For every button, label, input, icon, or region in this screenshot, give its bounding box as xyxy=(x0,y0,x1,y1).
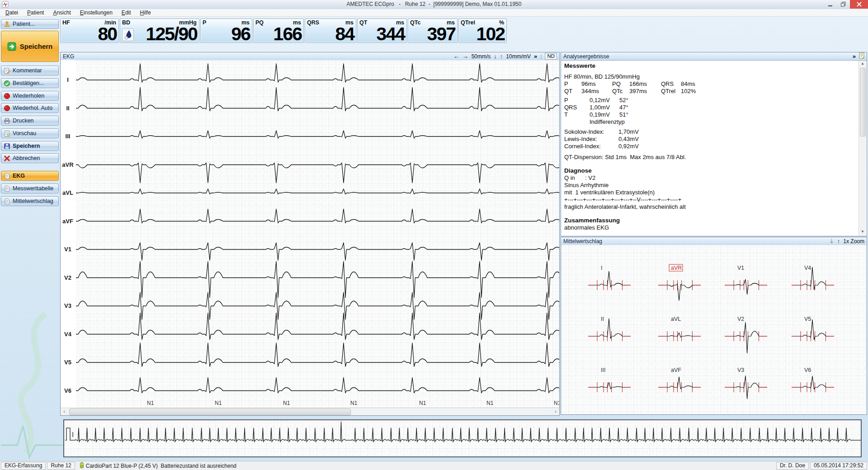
analysis-line: QT-Dispersion: Std 1ms Max 2ms aus 7/8 A… xyxy=(561,154,858,161)
analysis-scrollbar[interactable]: ▲ ▼ xyxy=(859,61,866,235)
menu-item-edit[interactable]: Edit xyxy=(122,9,131,16)
vital-label: QT xyxy=(359,19,367,26)
sidebar-button-label: Wiederholen xyxy=(13,93,44,99)
save-icon xyxy=(4,143,10,150)
report-icon[interactable] xyxy=(859,52,864,60)
sidebar-button-drucken[interactable]: Drucken xyxy=(1,116,59,126)
scroll-right-icon[interactable]: → xyxy=(462,53,468,60)
zoom-in-icon[interactable]: ↑ xyxy=(837,238,840,244)
sidebar-button-speichern[interactable]: Speichern xyxy=(1,141,59,151)
vital-value: 96 xyxy=(231,25,250,43)
menu-item-ansicht[interactable]: Ansicht xyxy=(53,9,71,16)
beat-marker-label: N1 xyxy=(486,400,494,406)
status-device: CardioPart 12 Blue-P (2,45 V) Batteriezu… xyxy=(86,463,236,469)
scrollbar-track[interactable] xyxy=(68,408,552,415)
mittelwert-lead-label-V3[interactable]: V3 xyxy=(737,367,744,373)
mittelwert-lead-label-III[interactable]: III xyxy=(601,367,605,373)
titlebar: AMEDTEC ECGpro - Ruhe 12 - [999999999] D… xyxy=(0,0,868,9)
ekg-paper[interactable]: IIIIIIaVRaVLaVFV1V2V3V4V5V6N1N1N1N1N1N1N… xyxy=(61,60,559,408)
analysis-line: Indifferenztyp xyxy=(561,118,858,126)
vital-label: P xyxy=(203,19,206,26)
gain-down-icon[interactable]: ↓ xyxy=(494,53,497,60)
sidebar: Patient...SpeichernKommentarBestätigen..… xyxy=(0,19,60,461)
menu-item-einstellungen[interactable]: Einstellungen xyxy=(80,9,113,16)
vital-tile-pq: PQms166 xyxy=(253,19,304,43)
minimize-button[interactable] xyxy=(824,0,837,9)
analysis-line: Lewis-Index:0,43mV xyxy=(561,136,858,143)
sidebar-button-label: Messwerttabelle xyxy=(13,185,53,192)
analysis-scrollbar-thumb[interactable] xyxy=(860,68,866,136)
mittelwert-lead-label-V6[interactable]: V6 xyxy=(804,367,811,373)
zoom-out-icon[interactable]: ⇣ xyxy=(829,238,834,244)
lead-label-II: II xyxy=(66,105,69,112)
lead-label-aVR: aVR xyxy=(62,161,74,168)
sidebar-button-kommentar[interactable]: Kommentar xyxy=(1,66,59,75)
scroll-left-arrow[interactable]: ‹ xyxy=(61,408,68,415)
gain-up-icon[interactable]: ↑ xyxy=(500,53,503,60)
record-icon xyxy=(4,105,10,112)
more-leads-icon[interactable]: » xyxy=(534,53,537,60)
sidebar-button-vorschau[interactable]: Vorschau xyxy=(1,128,59,138)
analysis-line: Sokolow-Index:1,70mV xyxy=(561,128,858,136)
speed-label[interactable]: 50mm/s xyxy=(472,53,491,60)
vital-value: 344 xyxy=(377,25,405,43)
sidebar-button-view-ekg[interactable]: EKG xyxy=(1,171,59,181)
scroll-up-arrow[interactable]: ▲ xyxy=(859,61,866,67)
comment-icon xyxy=(4,67,10,74)
window-title: AMEDTEC ECGpro - Ruhe 12 - [999999999] D… xyxy=(0,1,868,7)
mittelwert-lead-label-aVR[interactable]: aVR xyxy=(671,265,682,271)
sidebar-button-abbrechen[interactable]: Abbrechen xyxy=(1,153,59,163)
scroll-down-arrow[interactable]: ▼ xyxy=(859,229,866,235)
status-user: Dr. D. Doe xyxy=(776,462,809,470)
vital-value: 125/90 xyxy=(146,25,197,43)
scrollbar-thumb[interactable] xyxy=(69,409,351,415)
sidebar-button-view-messwerttabelle[interactable]: Messwerttabelle xyxy=(1,183,59,193)
beat-marker-label: N1 xyxy=(419,400,426,406)
mittelwert-lead-label-V2[interactable]: V2 xyxy=(737,316,744,322)
sidebar-button-wiederholen[interactable]: Wiederholen xyxy=(1,91,59,101)
analysis-heading: Zusammenfassung xyxy=(561,217,858,224)
mittelwert-lead-label-aVL[interactable]: aVL xyxy=(671,316,681,322)
gain-label[interactable]: 10mm/mV xyxy=(506,53,531,60)
cancel-icon xyxy=(4,155,10,162)
mittelwert-lead-label-V5[interactable]: V5 xyxy=(804,316,811,322)
mittelwert-lead-label-I[interactable]: I xyxy=(601,265,602,271)
sidebar-button-best-tigen-[interactable]: Bestätigen... xyxy=(1,78,59,88)
mittelwert-lead-label-V1[interactable]: V1 xyxy=(737,265,744,271)
menu-item-datei[interactable]: Datei xyxy=(5,9,18,16)
beat-marker-label: N1 xyxy=(283,400,290,406)
zoom-level-label: 1x Zoom xyxy=(843,238,864,244)
vital-label: QRS xyxy=(307,19,319,26)
mittelwert-lead-label-aVF[interactable]: aVF xyxy=(671,367,681,373)
close-button[interactable] xyxy=(850,0,868,9)
status-datetime: 05.05.2014 17:29:52 xyxy=(810,462,867,470)
mittelwert-lead-label-II[interactable]: II xyxy=(601,316,604,322)
ekg-horizontal-scrollbar[interactable]: ‹ › xyxy=(61,408,559,415)
expand-panel-icon[interactable]: » xyxy=(853,53,856,60)
sidebar-button-view-mittelwertschlag[interactable]: Mittelwertschlag xyxy=(1,196,59,206)
analysis-line: P96msPQ166msQRS84ms xyxy=(561,80,858,88)
printer-icon xyxy=(4,118,10,124)
sidebar-button-label: Bestätigen... xyxy=(13,80,44,86)
sidebar-button-wiederhol-auto[interactable]: Wiederhol. Auto xyxy=(1,103,59,113)
analysis-line: fraglich Anterolateral-Infarkt, wahrsche… xyxy=(561,203,858,211)
rhythm-strip[interactable] xyxy=(63,419,862,457)
mittelwert-panel-title: Mittelwertschlag xyxy=(563,238,602,244)
restore-button[interactable] xyxy=(837,0,850,9)
menu-item-hilfe[interactable]: Hilfe xyxy=(140,9,151,16)
scroll-right-arrow[interactable]: › xyxy=(552,408,559,415)
menu-item-patient[interactable]: Patient xyxy=(27,9,44,16)
analysis-line: QRS1,00mV47° xyxy=(561,104,858,111)
analysis-content: MesswerteHF 80/min, BD 125/90mmHgP96msPQ… xyxy=(561,61,858,236)
bp-icon xyxy=(122,28,134,41)
sidebar-button-label: EKG xyxy=(13,173,25,179)
vital-tile-qtc: QTcms397 xyxy=(408,19,458,43)
mittelwert-lead-label-V4[interactable]: V4 xyxy=(804,265,811,271)
lead-label-aVF: aVF xyxy=(62,218,73,225)
mittelwert-paper[interactable]: IaVRV1V4IIaVLV2V5IIIaVFV3V6 xyxy=(561,245,867,414)
vital-value: 166 xyxy=(274,25,302,43)
scroll-left-icon[interactable]: ← xyxy=(453,53,459,60)
sidebar-button-label: Abbrechen xyxy=(13,155,40,161)
nd-toggle[interactable]: ND xyxy=(545,53,557,60)
battery-icon xyxy=(80,462,84,470)
